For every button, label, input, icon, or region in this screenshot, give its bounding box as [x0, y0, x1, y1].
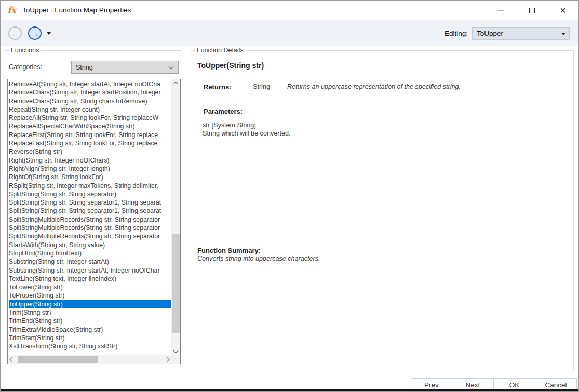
maximize-icon	[529, 8, 535, 13]
functions-panel: Functions Categories: String RemoveAt(St…	[5, 50, 182, 370]
title-bar: fx ToUpper : Function Map Properties ×	[1, 1, 578, 20]
minimize-icon	[497, 10, 504, 11]
functions-panel-title: Functions	[9, 47, 41, 54]
list-item[interactable]: ReplaceAllSpecialCharWithSpace(String st…	[9, 122, 171, 130]
list-item[interactable]: Right(String str, Integer noOfChars)	[9, 156, 171, 165]
list-item[interactable]: StartsWith(String str, String value)	[9, 241, 171, 249]
list-item[interactable]: ReplaceLast(String str, String lookFor, …	[9, 139, 171, 147]
function-signature: ToUpper(String str)	[197, 61, 264, 70]
maximize-button[interactable]	[516, 1, 547, 20]
vertical-scrollbar[interactable]	[171, 79, 180, 355]
list-item[interactable]: RSplit(String str, Integer maxTokens, St…	[9, 182, 171, 190]
vertical-scroll-thumb[interactable]	[172, 234, 180, 333]
returns-label: Returns:	[204, 83, 253, 91]
returns-row: Returns: String Returns an uppercase rep…	[204, 83, 461, 91]
list-item[interactable]: SplitStringMultipleRecords(String str, S…	[9, 224, 171, 232]
categories-label: Categories:	[9, 63, 42, 71]
list-item[interactable]: RightAlign(String str, Integer length)	[9, 165, 171, 173]
list-item[interactable]: SplitString(String str, String separator…	[9, 207, 171, 215]
list-item[interactable]: SplitStringMultipleRecords(String str, S…	[9, 232, 171, 240]
minimize-button[interactable]	[485, 1, 516, 20]
parameters-label: Parameters:	[204, 107, 243, 115]
chevron-left-icon	[10, 357, 15, 362]
scroll-up-button[interactable]	[171, 79, 180, 88]
list-item[interactable]: Substring(String str, Integer startAt)	[9, 258, 171, 266]
list-item[interactable]: XsltTransform(String str, String xsltStr…	[9, 342, 171, 350]
forward-arrow-icon: →	[31, 29, 39, 38]
editing-dropdown-value: ToUpper	[477, 30, 503, 37]
list-item[interactable]: StripHtml(String htmlText)	[9, 249, 171, 258]
window-bottom-edge	[1, 389, 578, 391]
chevron-down-icon	[169, 64, 174, 70]
horizontal-scrollbar[interactable]	[8, 355, 171, 364]
function-details-panel: Function Details ToUpper(String str) Ret…	[191, 50, 574, 370]
list-item[interactable]: TrimStart(String str)	[9, 334, 171, 342]
scroll-left-button[interactable]	[8, 355, 17, 364]
chevron-down-icon	[173, 348, 179, 354]
close-button[interactable]: ×	[547, 1, 578, 20]
toolbar: ← → Editing: ToUpper	[1, 20, 578, 46]
list-item[interactable]: TrimExtraMiddleSpace(String str)	[9, 326, 171, 334]
close-icon: ×	[560, 5, 566, 16]
list-item[interactable]: ReplaceFirst(String str, String lookFor,…	[9, 131, 171, 139]
function-details-title: Function Details	[195, 47, 246, 54]
list-item[interactable]: Substring(String str, Integer startAt, I…	[9, 266, 171, 275]
chevron-right-icon	[165, 357, 170, 362]
chevron-up-icon	[173, 82, 179, 87]
categories-dropdown[interactable]: String	[71, 61, 179, 74]
function-summary-text: Converts string into uppercase character…	[197, 255, 320, 262]
list-item[interactable]: RightOf(String str, String lookFor)	[9, 173, 171, 181]
list-item[interactable]: TextLine(String text, Integer lineIndex)	[9, 275, 171, 283]
parameters-list: str [System.String]String which will be …	[203, 121, 290, 138]
horizontal-scroll-thumb[interactable]	[18, 356, 98, 363]
editing-dropdown[interactable]: ToUpper	[472, 27, 570, 40]
parameter-name: str [System.String]	[203, 121, 290, 129]
list-item[interactable]: SplitString(String str, String separator…	[9, 190, 171, 198]
function-list: RemoveAt(String str, Integer startAt, In…	[8, 79, 171, 355]
parameter-description: String which will be converted.	[203, 129, 290, 138]
list-item[interactable]: RemoveChars(String str, String charsToRe…	[9, 97, 171, 105]
returns-description: Returns an uppercase representation of t…	[287, 83, 461, 91]
list-item[interactable]: ToProper(String str)	[9, 291, 171, 300]
back-arrow-icon: ←	[11, 29, 19, 38]
list-item[interactable]: RemoveAt(String str, Integer startAt, In…	[9, 80, 171, 88]
categories-dropdown-value: String	[76, 64, 93, 71]
returns-type: String	[253, 83, 280, 91]
scrollbar-corner	[171, 355, 180, 364]
editing-label: Editing:	[445, 30, 468, 37]
list-item[interactable]: TrimEnd(String str)	[9, 317, 171, 325]
window-title: ToUpper : Function Map Properties	[22, 6, 131, 14]
fx-icon: fx	[7, 5, 16, 16]
scroll-down-button[interactable]	[171, 346, 180, 355]
list-item[interactable]: SplitStringMultipleRecords(String str, S…	[9, 215, 171, 224]
function-summary-label: Function Summary:	[197, 247, 261, 254]
window-controls: ×	[485, 1, 578, 20]
list-item[interactable]: Trim(String str)	[9, 308, 171, 317]
list-item[interactable]: Reverse(String str)	[9, 147, 171, 156]
list-item[interactable]: Repeat(String str, Integer count)	[9, 105, 171, 114]
list-item[interactable]: ToLower(String str)	[9, 283, 171, 291]
forward-button[interactable]: →	[28, 26, 42, 40]
list-item[interactable]: ToUpper(String str)	[9, 300, 171, 308]
list-item[interactable]: ReplaceAll(String str, String lookFor, S…	[9, 114, 171, 122]
dropdown-caret-icon	[561, 33, 565, 35]
list-item[interactable]: SplitString(String str, String separator…	[9, 198, 171, 207]
back-button[interactable]: ←	[8, 26, 22, 40]
forward-dropdown-caret-icon[interactable]	[47, 32, 51, 35]
function-map-properties-dialog: fx ToUpper : Function Map Properties × ←…	[0, 0, 579, 392]
list-item[interactable]: RemoveChars(String str, Integer startPos…	[9, 88, 171, 97]
scroll-right-button[interactable]	[163, 355, 171, 364]
function-listbox: RemoveAt(String str, Integer startAt, In…	[7, 79, 181, 364]
